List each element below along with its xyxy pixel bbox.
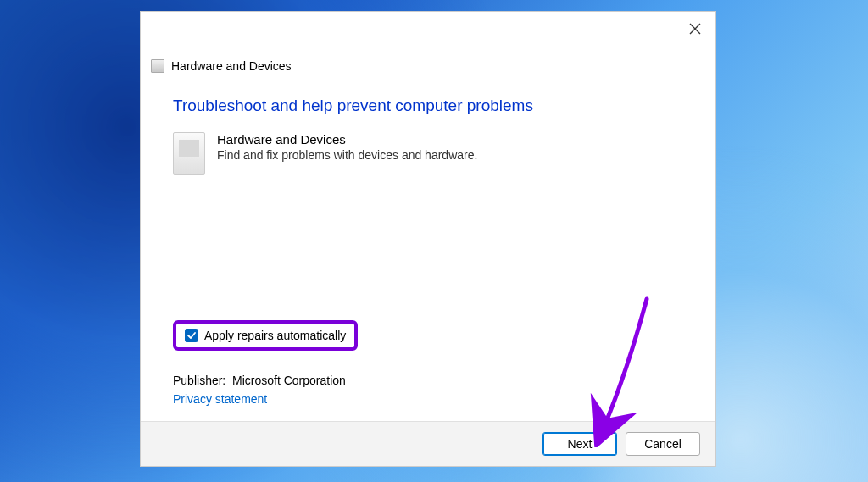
device-text: Hardware and Devices Find and fix proble… [217, 132, 477, 162]
main-heading: Troubleshoot and help prevent computer p… [173, 97, 683, 115]
privacy-link[interactable]: Privacy statement [173, 392, 683, 406]
dialog-title: Hardware and Devices [171, 59, 292, 73]
divider [141, 363, 715, 363]
checkmark-icon [187, 331, 196, 340]
checkbox-label: Apply repairs automatically [204, 329, 346, 342]
content-area: Hardware and Devices Troubleshoot and he… [141, 44, 715, 421]
device-icon [173, 132, 205, 175]
device-section: Hardware and Devices Find and fix proble… [173, 132, 683, 175]
checkbox-box [185, 329, 198, 342]
cancel-button[interactable]: Cancel [626, 432, 700, 456]
button-bar: Next Cancel [141, 421, 715, 466]
titlebar [141, 12, 715, 44]
device-description: Find and fix problems with devices and h… [217, 148, 477, 162]
close-button[interactable] [687, 20, 704, 37]
close-icon [689, 23, 701, 35]
publisher-value: Microsoft Corporation [232, 374, 346, 387]
troubleshooter-dialog: Hardware and Devices Troubleshoot and he… [140, 11, 716, 467]
publisher-label: Publisher: [173, 374, 225, 387]
apply-repairs-checkbox[interactable]: Apply repairs automatically [173, 320, 358, 351]
hardware-icon [151, 59, 164, 73]
device-title: Hardware and Devices [217, 132, 477, 147]
dialog-header: Hardware and Devices [151, 59, 683, 73]
next-button[interactable]: Next [542, 432, 617, 456]
publisher-info: Publisher: Microsoft Corporation [173, 374, 683, 387]
